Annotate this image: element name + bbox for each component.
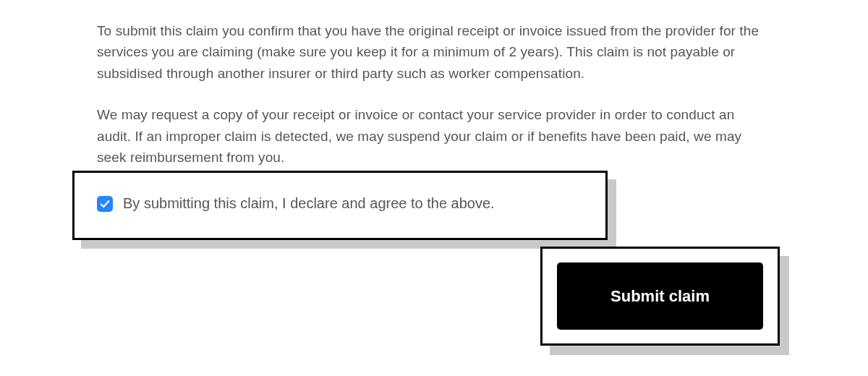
agreement-checkbox[interactable] xyxy=(97,196,113,212)
agreement-checkbox-row: By submitting this claim, I declare and … xyxy=(97,195,495,212)
submit-claim-button[interactable]: Submit claim xyxy=(557,262,763,330)
disclaimer-content: To submit this claim you confirm that yo… xyxy=(0,0,868,168)
disclaimer-paragraph-2: We may request a copy of your receipt or… xyxy=(97,104,771,168)
agreement-checkbox-label: By submitting this claim, I declare and … xyxy=(123,195,495,212)
checkmark-icon xyxy=(100,199,110,209)
disclaimer-paragraph-1: To submit this claim you confirm that yo… xyxy=(97,20,771,84)
